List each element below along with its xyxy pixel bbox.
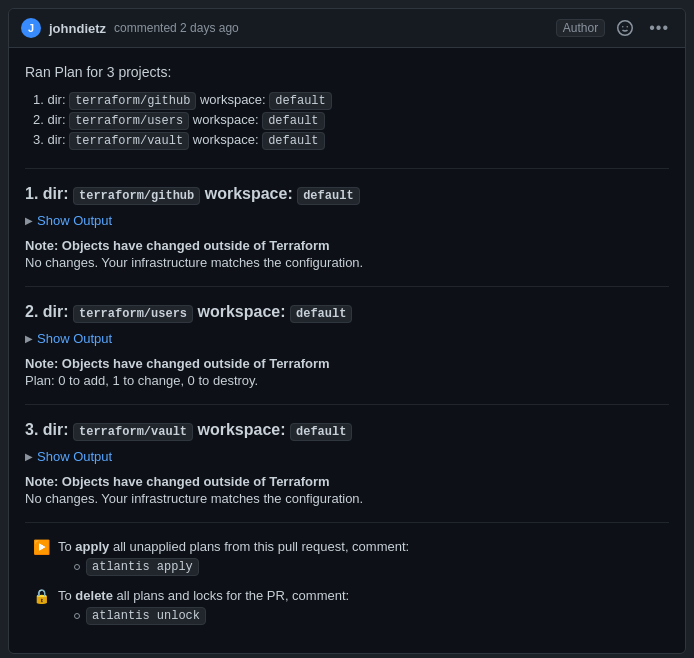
show-output-button-3[interactable]: ▶ Show Output bbox=[25, 449, 112, 464]
apply-icon: ▶️ bbox=[33, 539, 50, 555]
comment-header: J johndietz commented 2 days ago Author … bbox=[9, 9, 685, 48]
section-divider-3 bbox=[25, 522, 669, 523]
section-divider-2 bbox=[25, 404, 669, 405]
timestamp: commented 2 days ago bbox=[114, 21, 239, 35]
comment-container: J johndietz commented 2 days ago Author … bbox=[8, 8, 686, 654]
apply-content: To apply all unapplied plans from this p… bbox=[58, 539, 669, 578]
apply-bold: apply bbox=[75, 539, 109, 554]
comment-body: Ran Plan for 3 projects: 1. dir: terrafo… bbox=[9, 48, 685, 653]
section-1-dir: terraform/github bbox=[73, 187, 200, 205]
section-divider-0 bbox=[25, 168, 669, 169]
atlantis-unlock-code: atlantis unlock bbox=[86, 607, 206, 625]
section-2-dir: terraform/users bbox=[73, 305, 193, 323]
author-badge: Author bbox=[556, 19, 605, 37]
bullet-section: ▶️ To apply all unapplied plans from thi… bbox=[25, 539, 669, 627]
dir-code-2: terraform/users bbox=[69, 112, 189, 130]
section-3-workspace: default bbox=[290, 423, 352, 441]
section-2-workspace: default bbox=[290, 305, 352, 323]
show-output-label-3: Show Output bbox=[37, 449, 112, 464]
note-bold-1: Note: Objects have changed outside of Te… bbox=[25, 238, 669, 253]
show-output-label-1: Show Output bbox=[37, 213, 112, 228]
section-2-heading: 2. dir: terraform/users workspace: defau… bbox=[25, 303, 669, 321]
sub-bullet-apply bbox=[74, 564, 80, 570]
note-bold-2: Note: Objects have changed outside of Te… bbox=[25, 356, 669, 371]
delete-bold: delete bbox=[75, 588, 113, 603]
apply-sub-list: atlantis apply bbox=[58, 558, 669, 576]
toggle-triangle-3: ▶ bbox=[25, 451, 33, 462]
show-output-label-2: Show Output bbox=[37, 331, 112, 346]
unlock-sub-item: atlantis unlock bbox=[74, 607, 669, 625]
section-2: 2. dir: terraform/users workspace: defau… bbox=[25, 303, 669, 388]
list-item-unlock: 🔒 To delete all plans and locks for the … bbox=[33, 588, 669, 627]
section-1-heading: 1. dir: terraform/github workspace: defa… bbox=[25, 185, 669, 203]
dir-code-3: terraform/vault bbox=[69, 132, 189, 150]
unlock-content: To delete all plans and locks for the PR… bbox=[58, 588, 669, 627]
avatar: J bbox=[21, 18, 41, 38]
bullet-list: ▶️ To apply all unapplied plans from thi… bbox=[25, 539, 669, 627]
toggle-triangle-1: ▶ bbox=[25, 215, 33, 226]
unlock-icon: 🔒 bbox=[33, 588, 50, 604]
note-text-1: No changes. Your infrastructure matches … bbox=[25, 255, 669, 270]
note-text-3: No changes. Your infrastructure matches … bbox=[25, 491, 669, 506]
unlock-sub-list: atlantis unlock bbox=[58, 607, 669, 625]
note-text-2: Plan: 0 to add, 1 to change, 0 to destro… bbox=[25, 373, 669, 388]
show-output-button-1[interactable]: ▶ Show Output bbox=[25, 213, 112, 228]
comment-header-right: Author ••• bbox=[556, 17, 673, 39]
section-3: 3. dir: terraform/vault workspace: defau… bbox=[25, 421, 669, 506]
workspace-code-1: default bbox=[269, 92, 331, 110]
workspace-code-2: default bbox=[262, 112, 324, 130]
more-options-button[interactable]: ••• bbox=[645, 17, 673, 39]
dir-code-1: terraform/github bbox=[69, 92, 196, 110]
comment-header-left: J johndietz commented 2 days ago bbox=[21, 18, 239, 38]
section-divider-1 bbox=[25, 286, 669, 287]
intro-text: Ran Plan for 3 projects: bbox=[25, 64, 669, 80]
list-item: 3. dir: terraform/vault workspace: defau… bbox=[33, 132, 669, 148]
section-3-heading: 3. dir: terraform/vault workspace: defau… bbox=[25, 421, 669, 439]
apply-sub-item: atlantis apply bbox=[74, 558, 669, 576]
note-bold-3: Note: Objects have changed outside of Te… bbox=[25, 474, 669, 489]
section-1: 1. dir: terraform/github workspace: defa… bbox=[25, 185, 669, 270]
list-item-apply: ▶️ To apply all unapplied plans from thi… bbox=[33, 539, 669, 578]
list-item: 2. dir: terraform/users workspace: defau… bbox=[33, 112, 669, 128]
section-3-dir: terraform/vault bbox=[73, 423, 193, 441]
section-1-workspace: default bbox=[297, 187, 359, 205]
atlantis-apply-code: atlantis apply bbox=[86, 558, 199, 576]
dir-list: 1. dir: terraform/github workspace: defa… bbox=[25, 92, 669, 148]
show-output-button-2[interactable]: ▶ Show Output bbox=[25, 331, 112, 346]
smiley-button[interactable] bbox=[613, 18, 637, 38]
list-item: 1. dir: terraform/github workspace: defa… bbox=[33, 92, 669, 108]
sub-bullet-unlock bbox=[74, 613, 80, 619]
workspace-code-3: default bbox=[262, 132, 324, 150]
toggle-triangle-2: ▶ bbox=[25, 333, 33, 344]
username: johndietz bbox=[49, 21, 106, 36]
